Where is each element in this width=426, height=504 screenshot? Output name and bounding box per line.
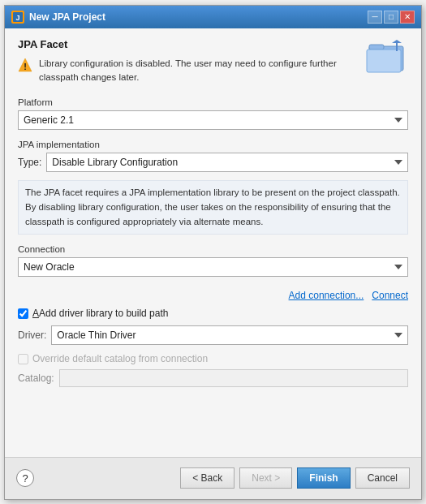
description-text: The JPA facet requires a JPA implementat… (18, 180, 408, 235)
help-button[interactable]: ? (16, 469, 34, 487)
finish-button[interactable]: Finish (297, 467, 350, 489)
footer-buttons: < Back Next > Finish Cancel (180, 467, 410, 489)
title-bar: J New JPA Project ─ □ ✕ (5, 6, 421, 28)
window-title: New JPA Project (29, 11, 105, 23)
page-header: JPA Facet ! Library configuration is dis… (18, 38, 408, 97)
footer-left: ? (16, 469, 34, 487)
svg-text:!: ! (24, 62, 27, 71)
override-catalog-checkbox[interactable] (18, 354, 28, 364)
dialog-content: JPA Facet ! Library configuration is dis… (5, 28, 421, 457)
catalog-label: Catalog: (18, 373, 54, 384)
connection-section: Connection New Oracle New MySQL New Post… (18, 244, 408, 285)
driver-label: Driver: (18, 330, 46, 341)
driver-row: Driver: Oracle Thin Driver MySQL JDBC Dr… (18, 325, 408, 345)
platform-label: Platform (18, 97, 408, 107)
link-row: Add connection... Connect (18, 290, 408, 301)
add-connection-link[interactable]: Add connection... (289, 290, 364, 301)
minimize-button[interactable]: ─ (368, 11, 382, 24)
title-buttons: ─ □ ✕ (368, 11, 415, 24)
dialog-footer: ? < Back Next > Finish Cancel (5, 457, 421, 499)
page-title: JPA Facet (18, 38, 358, 50)
folder-graphic (366, 38, 408, 76)
window-icon: J (11, 11, 24, 24)
warning-message: Library configuration is disabled. The u… (39, 57, 358, 85)
maximize-button[interactable]: □ (384, 11, 398, 24)
dialog-window: J New JPA Project ─ □ ✕ JPA Facet ! (4, 5, 422, 500)
svg-rect-8 (396, 43, 398, 51)
type-label: Type: (18, 157, 41, 168)
close-button[interactable]: ✕ (400, 11, 415, 24)
svg-rect-5 (369, 45, 384, 50)
svg-text:J: J (15, 14, 19, 22)
svg-marker-7 (392, 40, 402, 43)
title-bar-left: J New JPA Project (11, 11, 105, 24)
type-select[interactable]: Disable Library Configuration User Libra… (46, 153, 408, 172)
override-catalog-label: Override default catalog from connection (32, 353, 208, 364)
warning-box: ! Library configuration is disabled. The… (18, 57, 358, 85)
warning-icon: ! (18, 57, 32, 75)
platform-select[interactable]: Generic 2.1 EclipseLink 2.x Hibernate (J… (18, 110, 408, 130)
add-driver-checkbox[interactable] (18, 308, 28, 319)
svg-rect-6 (367, 50, 401, 72)
catalog-input[interactable] (59, 369, 408, 387)
jpa-impl-label: JPA implementation (18, 140, 408, 149)
connection-label: Connection (18, 244, 408, 254)
back-button[interactable]: < Back (180, 467, 235, 489)
connection-select[interactable]: New Oracle New MySQL New PostgreSQL (18, 257, 408, 277)
override-checkbox-row: Override default catalog from connection (18, 353, 408, 364)
connect-link[interactable]: Connect (372, 290, 408, 301)
page-title-area: JPA Facet ! Library configuration is dis… (18, 38, 358, 97)
driver-checkbox-row: AAdd driver library to build path (18, 308, 408, 319)
catalog-row: Catalog: (18, 369, 408, 387)
next-button[interactable]: Next > (239, 467, 292, 489)
driver-select[interactable]: Oracle Thin Driver MySQL JDBC Driver Pos… (51, 325, 408, 345)
type-row: Type: Disable Library Configuration User… (18, 153, 408, 172)
cancel-button[interactable]: Cancel (355, 467, 410, 489)
add-driver-label: AAdd driver library to build path (32, 308, 168, 319)
